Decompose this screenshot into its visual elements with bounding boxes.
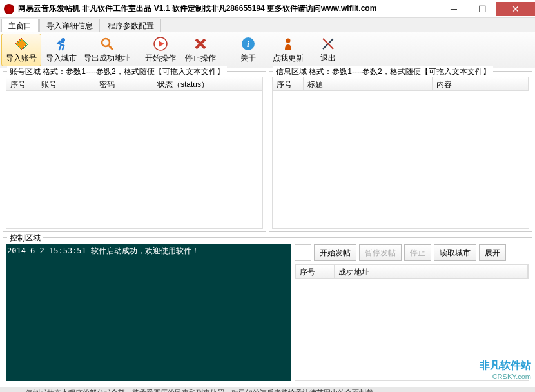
watermark: 非凡软件站 CRSKY.com bbox=[480, 359, 531, 380]
svg-point-3 bbox=[102, 39, 110, 46]
export-success-button[interactable]: 导出成功地址 bbox=[81, 34, 133, 66]
col-success-addr[interactable]: 成功地址 bbox=[335, 265, 528, 278]
titlebar: 网易云音乐发帖机 非凡软件工作室出品 V1.1 软件定制找非凡286655194… bbox=[0, 0, 535, 18]
console-output[interactable]: 2014-6-2 15:53:51 软件启动成功，欢迎使用软件！ bbox=[6, 244, 291, 381]
diamond-icon bbox=[14, 36, 29, 52]
col-index[interactable]: 序号 bbox=[273, 77, 304, 90]
update-button[interactable]: 点我更新 bbox=[268, 34, 308, 66]
minimize-button[interactable]: ─ bbox=[440, 2, 468, 16]
play-icon bbox=[153, 36, 168, 52]
tabstrip: 主窗口 导入详细信息 程序参数配置 bbox=[0, 18, 535, 32]
read-city-button[interactable]: 读取城市 bbox=[434, 244, 476, 261]
info-icon: i bbox=[240, 36, 256, 52]
stop-op-button[interactable]: 停止操作 bbox=[180, 34, 220, 66]
footer-text: 复制或散布本程序的部分或全部，将承受严厉的民事和刑事处罚，对已知的违反者将给予法… bbox=[0, 387, 535, 392]
col-index[interactable]: 序号 bbox=[6, 77, 37, 90]
col-account[interactable]: 账号 bbox=[37, 77, 95, 90]
tab-import-detail[interactable]: 导入详细信息 bbox=[39, 19, 100, 32]
window-title: 网易云音乐发帖机 非凡软件工作室出品 V1.1 软件定制找非凡286655194… bbox=[18, 3, 376, 14]
account-list-header: 序号 账号 密码 状态（status） bbox=[6, 77, 263, 91]
exit-button[interactable]: 退出 bbox=[308, 34, 348, 66]
search-icon bbox=[99, 36, 115, 52]
svg-point-11 bbox=[286, 39, 291, 43]
col-content[interactable]: 内容 bbox=[433, 77, 529, 90]
pause-post-button[interactable]: 暂停发帖 bbox=[359, 244, 402, 261]
runner-icon bbox=[54, 36, 69, 52]
cross-swords-icon bbox=[320, 36, 336, 52]
svg-line-4 bbox=[109, 46, 113, 50]
tab-config[interactable]: 程序参数配置 bbox=[101, 19, 161, 32]
account-list-body[interactable] bbox=[6, 91, 263, 229]
account-panel-title: 账号区域 格式：参数1----参数2，格式随便【可拖入文本文件】 bbox=[7, 66, 227, 77]
control-panel: 控制区域 2014-6-2 15:53:51 软件启动成功，欢迎使用软件！ 开始… bbox=[3, 237, 532, 384]
start-op-button[interactable]: 开始操作 bbox=[141, 34, 180, 66]
about-button[interactable]: i 关于 bbox=[228, 34, 268, 66]
toolbar: 导入账号 导入城市 导出成功地址 开始操作 停止操作 i 关于 点我更新 退出 bbox=[0, 32, 535, 68]
svg-text:i: i bbox=[247, 39, 249, 49]
tab-main[interactable]: 主窗口 bbox=[1, 19, 39, 32]
import-account-button[interactable]: 导入账号 bbox=[1, 34, 41, 66]
stop-button[interactable]: 停止 bbox=[404, 244, 431, 261]
info-list-body[interactable] bbox=[272, 91, 529, 229]
col-title[interactable]: 标题 bbox=[304, 77, 433, 90]
col-password[interactable]: 密码 bbox=[95, 77, 153, 90]
app-icon bbox=[4, 4, 14, 14]
status-square bbox=[295, 244, 311, 261]
import-city-button[interactable]: 导入城市 bbox=[41, 34, 81, 66]
expand-button[interactable]: 展开 bbox=[479, 244, 506, 261]
window-controls: ─ ☐ ✕ bbox=[440, 2, 535, 16]
x-icon bbox=[193, 36, 208, 52]
col-index[interactable]: 序号 bbox=[296, 265, 335, 278]
start-post-button[interactable]: 开始发帖 bbox=[314, 244, 356, 261]
close-button[interactable]: ✕ bbox=[496, 2, 535, 16]
control-panel-title: 控制区域 bbox=[7, 233, 43, 244]
account-panel: 账号区域 格式：参数1----参数2，格式随便【可拖入文本文件】 序号 账号 密… bbox=[3, 71, 266, 232]
col-status[interactable]: 状态（status） bbox=[153, 77, 262, 90]
info-panel: 信息区域 格式：参数1----参数2，格式随便【可拖入文本文件】 序号 标题 内… bbox=[269, 71, 532, 232]
info-panel-title: 信息区域 格式：参数1----参数2，格式随便【可拖入文本文件】 bbox=[273, 66, 493, 77]
maximize-button[interactable]: ☐ bbox=[468, 2, 496, 16]
person-icon bbox=[280, 36, 296, 52]
info-list-header: 序号 标题 内容 bbox=[272, 77, 529, 91]
